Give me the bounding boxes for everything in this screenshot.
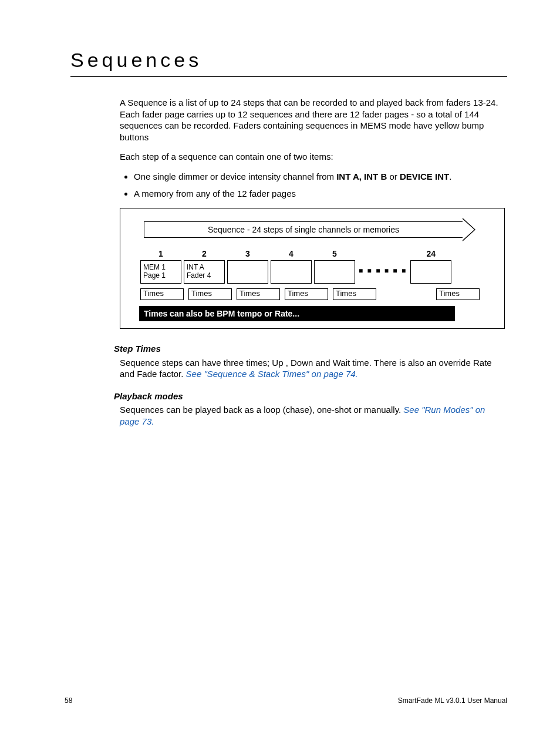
- step-num-24: 24: [410, 248, 451, 259]
- step-num-1: 1: [140, 248, 181, 259]
- playback-modes-text: Sequences can be played back as a loop (…: [120, 405, 403, 415]
- times-box-24: Times: [436, 288, 480, 300]
- step1-line1: MEM 1: [143, 264, 166, 272]
- step-box-3: [227, 260, 268, 284]
- intro-para-2: Each step of a sequence can contain one …: [120, 151, 505, 163]
- bullet-item-2: A memory from any of the 12 fader pages: [134, 188, 505, 200]
- page-number: 58: [65, 696, 72, 706]
- sequence-diagram: Sequence - 24 steps of single channels o…: [120, 208, 505, 329]
- step2-line2: Fader 4: [187, 272, 211, 280]
- step-num-3: 3: [227, 248, 268, 259]
- subheading-step-times: Step Times: [114, 343, 505, 355]
- page-heading: Sequences: [70, 47, 507, 77]
- diagram-title-band: Sequence - 24 steps of single channels o…: [144, 221, 463, 238]
- times-box-2: Times: [188, 288, 232, 300]
- bullet1-bold1: INT A, INT B: [336, 171, 387, 181]
- step-num-4: 4: [271, 248, 312, 259]
- step2-line1: INT A: [187, 264, 204, 272]
- bullet1-pre: One single dimmer or device intensity ch…: [134, 171, 336, 181]
- link-sequence-stack-times[interactable]: See "Sequence & Stack Times" on page 74.: [186, 369, 358, 379]
- ellipsis-icon: ■ ■ ■ ■ ■ ■: [359, 267, 407, 276]
- times-box-3: Times: [237, 288, 280, 300]
- playback-modes-para: Sequences can be played back as a loop (…: [120, 404, 505, 427]
- times-box-4: Times: [285, 288, 328, 300]
- arrow-icon: [463, 218, 475, 241]
- step1-line2: Page 1: [143, 272, 166, 280]
- intro-para-1: A Sequence is a list of up to 24 steps t…: [120, 97, 505, 143]
- step-times-para: Sequence steps can have three times; Up …: [120, 357, 505, 380]
- step-box-2: INT A Fader 4: [184, 260, 225, 284]
- bullet1-bold2: DEVICE INT: [400, 171, 449, 181]
- diagram-caption: Times can also be BPM tempo or Rate...: [139, 306, 455, 321]
- manual-title: SmartFade ML v3.0.1 User Manual: [398, 696, 507, 706]
- step-box-5: [314, 260, 355, 284]
- diagram-title: Sequence - 24 steps of single channels o…: [208, 225, 399, 234]
- bullet-item-1: One single dimmer or device intensity ch…: [134, 171, 505, 183]
- step-box-1: MEM 1 Page 1: [140, 260, 181, 284]
- bullet1-mid: or: [387, 171, 400, 181]
- step-num-5: 5: [314, 248, 355, 259]
- bullet1-post: .: [449, 171, 451, 181]
- step-num-2: 2: [184, 248, 225, 259]
- step-box-24: [410, 260, 451, 284]
- times-box-5: Times: [333, 288, 376, 300]
- subheading-playback-modes: Playback modes: [114, 391, 505, 402]
- times-box-1: Times: [140, 288, 184, 300]
- step-box-4: [271, 260, 312, 284]
